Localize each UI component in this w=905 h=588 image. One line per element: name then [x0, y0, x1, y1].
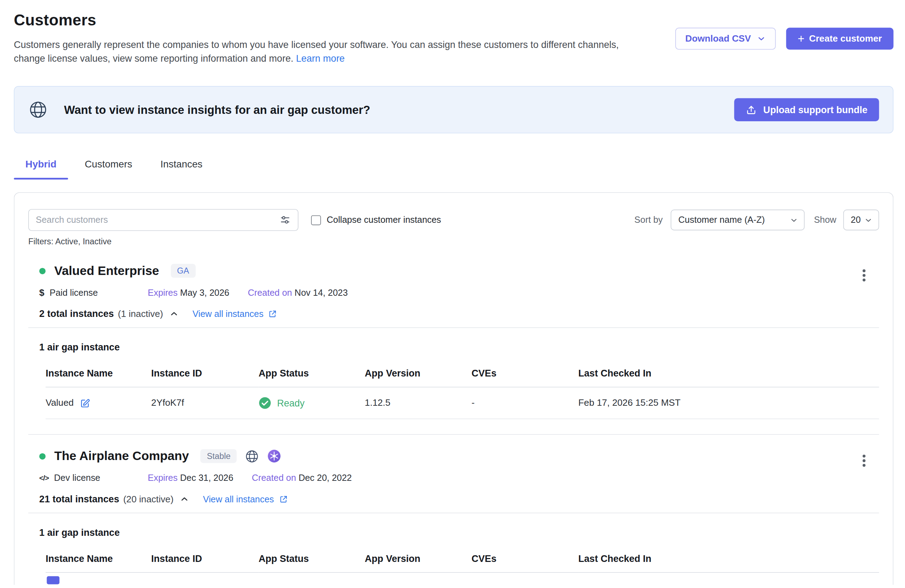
- page-title: Customers: [14, 12, 893, 30]
- expiry-info: Expires Dec 31, 2026: [148, 473, 233, 483]
- kubernetes-icon: [267, 449, 281, 463]
- tab-hybrid[interactable]: Hybrid: [14, 154, 68, 180]
- view-all-instances-link[interactable]: View all instances: [192, 308, 277, 319]
- channel-badge: Stable: [200, 449, 237, 463]
- sort-select-value: Customer name (A-Z): [678, 215, 765, 225]
- create-customer-button[interactable]: + Create customer: [786, 28, 894, 50]
- upload-support-bundle-button[interactable]: Upload support bundle: [734, 98, 879, 121]
- table-header-row: Instance Name Instance ID App Status App…: [46, 362, 879, 387]
- channel-badge: GA: [171, 264, 195, 277]
- partial-row-edit-icon: [47, 576, 60, 585]
- license-type: </> Dev license: [39, 473, 148, 483]
- tab-instances-label: Instances: [160, 159, 202, 170]
- edit-icon[interactable]: [79, 397, 90, 408]
- created-info: Created on Dec 20, 2022: [252, 473, 352, 483]
- col-app-status: App Status: [259, 547, 365, 572]
- download-csv-label: Download CSV: [685, 33, 751, 44]
- airgap-instances-table: Instance Name Instance ID App Status App…: [46, 547, 879, 573]
- tab-instances[interactable]: Instances: [149, 154, 214, 180]
- page-content: Customers Download CSV + Create customer…: [0, 0, 905, 585]
- customer-name[interactable]: The Airplane Company: [54, 449, 189, 463]
- table-row: Valued 2YfoK7f: [46, 387, 879, 419]
- airgap-instances-table: Instance Name Instance ID App Status App…: [46, 362, 879, 419]
- create-customer-label: Create customer: [809, 33, 882, 44]
- expires-label: Expires: [148, 288, 178, 297]
- tab-hybrid-label: Hybrid: [25, 159, 56, 170]
- view-all-instances-label: View all instances: [192, 308, 263, 319]
- collapse-instances-checkbox-group[interactable]: Collapse customer instances: [311, 215, 441, 225]
- col-app-status: App Status: [259, 362, 365, 387]
- inactive-instances-text: (1 inactive): [118, 308, 163, 319]
- col-instance-id: Instance ID: [151, 547, 259, 572]
- globe-airgap-icon: [28, 100, 48, 119]
- header-actions: Download CSV + Create customer: [676, 28, 894, 50]
- show-select-value: 20: [851, 215, 861, 225]
- chevron-down-icon: [790, 216, 799, 224]
- col-cves: CVEs: [472, 547, 578, 572]
- created-info: Created on Nov 14, 2023: [248, 288, 348, 298]
- tab-customers[interactable]: Customers: [73, 154, 144, 180]
- status-check-icon: [259, 397, 272, 409]
- search-input[interactable]: [36, 215, 279, 225]
- filter-sliders-icon[interactable]: [279, 215, 291, 226]
- customer-valued-enterprise: Valued Enterprise GA $ Paid license Expi…: [28, 261, 879, 419]
- collapse-instances-checkbox[interactable]: [311, 215, 321, 225]
- chevron-down-icon: [757, 34, 766, 43]
- view-all-instances-link[interactable]: View all instances: [203, 494, 288, 504]
- toolbar: Collapse customer instances Sort by Cust…: [28, 209, 879, 231]
- collapse-chevron-up-icon[interactable]: [179, 494, 189, 504]
- col-last-checked-in: Last Checked In: [578, 547, 879, 572]
- view-all-instances-label: View all instances: [203, 494, 274, 504]
- active-status-dot: [39, 453, 46, 459]
- expiry-info: Expires May 3, 2026: [148, 288, 229, 298]
- download-csv-button[interactable]: Download CSV: [676, 28, 776, 50]
- instance-name: Valued: [46, 397, 74, 408]
- customer-meta: $ Paid license Expires May 3, 2026 Creat…: [28, 288, 879, 298]
- last-checked-in: Feb 17, 2026 15:25 MST: [578, 387, 879, 419]
- license-type-label: Paid license: [50, 288, 98, 298]
- sort-select[interactable]: Customer name (A-Z): [671, 210, 805, 230]
- airgap-globe-icon: [245, 449, 259, 463]
- app-version: 1.12.5: [365, 387, 472, 419]
- show-select[interactable]: 20: [843, 210, 879, 230]
- customer-divider: [28, 434, 879, 435]
- created-on-label: Created on: [252, 473, 296, 483]
- license-type: $ Paid license: [39, 288, 148, 298]
- col-instance-id: Instance ID: [151, 362, 259, 387]
- created-on-label: Created on: [248, 288, 292, 297]
- col-instance-name: Instance Name: [46, 547, 151, 572]
- sort-by-label: Sort by: [634, 215, 662, 225]
- customer-header: Valued Enterprise GA: [28, 261, 879, 281]
- active-filters-text: Filters: Active, Inactive: [28, 237, 879, 246]
- upload-support-bundle-label: Upload support bundle: [763, 104, 868, 115]
- external-link-icon: [278, 494, 287, 504]
- airgap-banner: Want to view instance insights for an ai…: [14, 86, 893, 133]
- inactive-instances-text: (20 inactive): [123, 494, 174, 504]
- kebab-menu-icon[interactable]: [857, 453, 871, 469]
- instance-id: 2YfoK7f: [151, 387, 259, 419]
- instances-summary-row: 21 total instances (20 inactive) View al…: [28, 494, 879, 504]
- page-description: Customers generally represent the compan…: [14, 37, 646, 65]
- customers-page: Customers Download CSV + Create customer…: [0, 0, 905, 588]
- created-on-value: Nov 14, 2023: [295, 288, 348, 297]
- col-app-version: App Version: [365, 362, 472, 387]
- show-label: Show: [814, 215, 837, 225]
- customer-name[interactable]: Valued Enterprise: [54, 264, 159, 278]
- license-type-label: Dev license: [54, 473, 100, 483]
- chevron-down-icon: [864, 216, 873, 224]
- customer-header: The Airplane Company Stable: [28, 446, 879, 466]
- kebab-menu-icon[interactable]: [857, 267, 871, 283]
- collapse-chevron-up-icon[interactable]: [169, 309, 179, 319]
- divider: [28, 327, 879, 328]
- learn-more-link[interactable]: Learn more: [296, 53, 345, 64]
- created-on-value: Dec 20, 2022: [298, 473, 352, 483]
- banner-title: Want to view instance insights for an ai…: [64, 103, 370, 116]
- expires-value: Dec 31, 2026: [180, 473, 233, 483]
- airgap-instances-title: 1 air gap instance: [28, 342, 879, 353]
- expires-label: Expires: [148, 473, 178, 483]
- total-instances-text: 2 total instances: [39, 308, 114, 319]
- status-badge: Ready: [277, 397, 305, 408]
- upload-icon: [746, 104, 757, 115]
- expires-value: May 3, 2026: [180, 288, 229, 297]
- table-header-row: Instance Name Instance ID App Status App…: [46, 547, 879, 572]
